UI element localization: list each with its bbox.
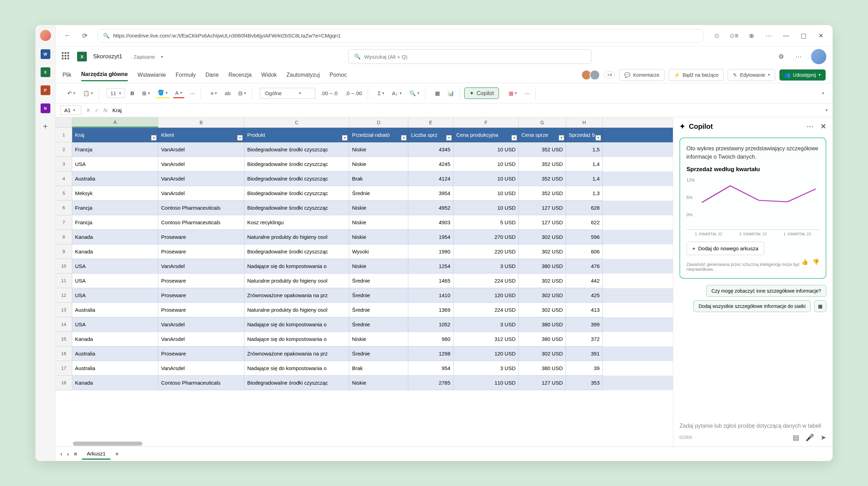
cell[interactable]: USA bbox=[72, 157, 158, 171]
cell[interactable]: USA bbox=[72, 317, 158, 332]
fill-color-button[interactable]: 🪣▾ bbox=[156, 88, 170, 98]
share-button[interactable]: 👥 Udostępnij ▾ bbox=[779, 69, 826, 81]
row-header[interactable]: 9 bbox=[56, 244, 72, 259]
cell[interactable]: 3 USD bbox=[453, 259, 519, 274]
table-row[interactable]: 9KanadaProsewareBiodegradowalne środki c… bbox=[56, 244, 673, 259]
cell[interactable]: VanArsdel bbox=[158, 142, 244, 157]
cell[interactable]: Biodegradowalne środki czyszcząc bbox=[244, 201, 349, 215]
cell[interactable]: Kanada bbox=[72, 244, 158, 259]
row-header[interactable]: 7 bbox=[56, 215, 72, 230]
cell[interactable]: Biodegradowalne środki czyszcząc bbox=[244, 171, 349, 186]
cell[interactable]: VanArsdel bbox=[158, 186, 244, 201]
col-header[interactable]: B bbox=[158, 117, 244, 127]
title-chevron-icon[interactable]: ▾ bbox=[161, 55, 163, 59]
cell[interactable]: Australia bbox=[72, 171, 158, 186]
undo-button[interactable]: ↶▾ bbox=[65, 89, 77, 98]
table-header[interactable]: Przedział rabató▾ bbox=[349, 128, 408, 142]
table-header[interactable]: Cena sprze▾ bbox=[519, 128, 566, 142]
editing-button[interactable]: ✎ Edytowanie ▾ bbox=[728, 69, 775, 81]
send-icon[interactable]: ➤ bbox=[820, 433, 826, 442]
suggestion-chip[interactable]: Dodaj wszystkie szczegółowe informacje d… bbox=[693, 300, 811, 312]
table-row[interactable]: 14USAVanArsdelNadające się do kompostowa… bbox=[56, 317, 673, 332]
cell[interactable]: Średnie bbox=[349, 288, 408, 303]
cell[interactable]: 352 USD bbox=[519, 171, 566, 186]
document-title[interactable]: Skoroszyt1 bbox=[93, 53, 122, 60]
cell[interactable]: Brak bbox=[349, 171, 408, 186]
table-row[interactable]: 15KanadaVanArsdelNadające się do kompost… bbox=[56, 332, 673, 346]
sheet-prev-icon[interactable]: ‹ bbox=[60, 451, 62, 457]
format-table-button[interactable]: ▦▾ bbox=[507, 89, 519, 98]
cell[interactable]: 372 bbox=[566, 332, 603, 346]
table-row[interactable]: 13AustraliaProsewareNaturalne produkty d… bbox=[56, 303, 673, 317]
row-header[interactable]: 8 bbox=[56, 230, 72, 244]
cell[interactable]: Niskie bbox=[349, 259, 408, 274]
table-header[interactable]: Cena produkcyjna▾ bbox=[453, 128, 519, 142]
autosum-button[interactable]: Σ▾ bbox=[376, 89, 386, 98]
accept-formula-icon[interactable]: ✓ bbox=[95, 107, 99, 114]
cell[interactable]: VanArsdel bbox=[158, 317, 244, 332]
cell[interactable]: 442 bbox=[566, 274, 603, 288]
table-row[interactable]: 3USAVanArsdelBiodegradowalne środki czys… bbox=[56, 157, 673, 171]
cell[interactable]: VanArsdel bbox=[158, 332, 244, 346]
name-box[interactable]: A1▾ bbox=[60, 106, 81, 115]
cell[interactable]: Proseware bbox=[158, 288, 244, 303]
cell[interactable]: 224 USD bbox=[453, 303, 519, 317]
cell[interactable]: 127 USD bbox=[519, 215, 566, 230]
cell[interactable]: 3954 bbox=[408, 186, 453, 201]
table-row[interactable]: 12USAProsewareZrównoważone opakowania na… bbox=[56, 288, 673, 303]
row-header[interactable]: 3 bbox=[56, 157, 72, 171]
cell[interactable]: 622 bbox=[566, 215, 603, 230]
mic-icon[interactable]: 🎤 bbox=[806, 433, 814, 442]
cell[interactable]: 380 USD bbox=[519, 317, 566, 332]
cell[interactable]: USA bbox=[72, 274, 158, 288]
cell[interactable]: 10 USD bbox=[453, 142, 519, 157]
cell[interactable]: 10 USD bbox=[453, 186, 519, 201]
cell[interactable]: VanArsdel bbox=[158, 157, 244, 171]
cell[interactable]: 353 bbox=[566, 376, 603, 390]
cell[interactable]: 1410 bbox=[408, 288, 453, 303]
add-sheet-button[interactable]: + bbox=[115, 451, 118, 457]
table-row[interactable]: 5MeksykVanArsdelBiodegradowalne środki c… bbox=[56, 186, 673, 201]
spreadsheet-grid[interactable]: A B C D E F G H 1Kraj▾Klient▾Produkt▾Prz… bbox=[56, 117, 673, 446]
refresh-button[interactable]: ⟳ bbox=[80, 31, 90, 41]
table-header[interactable]: Liczba sprz▾ bbox=[408, 128, 453, 142]
cell[interactable]: 425 bbox=[566, 288, 603, 303]
cell[interactable]: Średnie bbox=[349, 274, 408, 288]
cell[interactable]: Kanada bbox=[72, 230, 158, 244]
cell[interactable]: 302 USD bbox=[519, 346, 566, 361]
tab-insert[interactable]: Wstawianie bbox=[137, 69, 166, 81]
cell[interactable]: USA bbox=[72, 259, 158, 274]
cell[interactable]: 3 USD bbox=[453, 317, 519, 332]
fx-icon[interactable]: fx bbox=[103, 107, 108, 114]
cell[interactable]: 606 bbox=[566, 244, 603, 259]
cell[interactable]: Biodegradowalne środki czyszcząc bbox=[244, 244, 349, 259]
row-header[interactable]: 14 bbox=[56, 317, 72, 332]
number-format-select[interactable]: Ogólne▾ bbox=[260, 88, 315, 99]
cell[interactable]: 120 USD bbox=[453, 288, 519, 303]
cell[interactable]: 380 USD bbox=[519, 361, 566, 376]
cell[interactable]: 10 USD bbox=[453, 171, 519, 186]
cell[interactable]: 1254 bbox=[408, 259, 453, 274]
cell[interactable]: 120 USD bbox=[453, 346, 519, 361]
cell[interactable]: Proseware bbox=[158, 274, 244, 288]
cell[interactable]: Kosz recyklingu bbox=[244, 215, 349, 230]
paste-button[interactable]: 📋▾ bbox=[81, 89, 95, 98]
cell[interactable]: Niskie bbox=[349, 230, 408, 244]
borders-button[interactable]: ⊞▾ bbox=[140, 89, 152, 98]
more-font-button[interactable]: ⋯ bbox=[188, 89, 197, 98]
table-row[interactable]: 16AustraliaProsewareZrównoważone opakowa… bbox=[56, 346, 673, 361]
filter-icon[interactable]: ▾ bbox=[401, 135, 407, 141]
filter-icon[interactable]: ▾ bbox=[511, 135, 517, 141]
cell[interactable]: Biodegradowalne środki czyszcząc bbox=[244, 186, 349, 201]
table-header[interactable]: Sprzedaż b▾ bbox=[566, 128, 603, 142]
cell[interactable]: Nadające się do kompostowania o bbox=[244, 317, 349, 332]
cell[interactable]: 1465 bbox=[408, 274, 453, 288]
cell[interactable]: 1,4 bbox=[566, 157, 603, 171]
table-row[interactable]: 18KanadaContoso PharmaceuticalsBiodegrad… bbox=[56, 376, 673, 390]
formula-input[interactable]: Kraj bbox=[112, 107, 821, 113]
collab-more[interactable]: +4 bbox=[604, 72, 615, 78]
cell[interactable]: 596 bbox=[566, 230, 603, 244]
cell[interactable]: 380 USD bbox=[519, 259, 566, 274]
cell[interactable]: Biodegradowalne środki czyszcząc bbox=[244, 142, 349, 157]
cell[interactable]: 1298 bbox=[408, 346, 453, 361]
